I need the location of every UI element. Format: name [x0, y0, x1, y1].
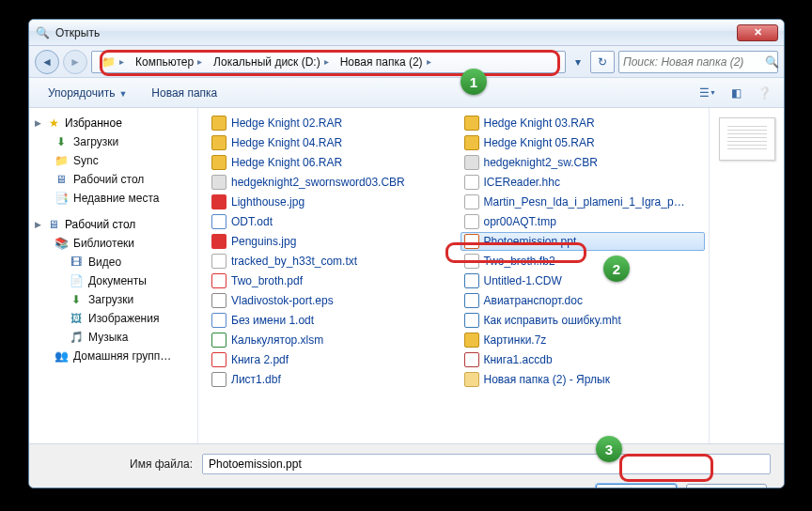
- sidebar-libraries[interactable]: 📚Библиотеки: [29, 234, 197, 253]
- desktop-icon: 🖥: [46, 217, 61, 232]
- sidebar-pictures[interactable]: 🖼Изображения: [29, 309, 197, 328]
- file-item[interactable]: Лист1.dbf: [208, 370, 453, 389]
- sidebar-documents[interactable]: 📄Документы: [29, 271, 197, 290]
- cancel-button[interactable]: Отмена: [686, 484, 767, 488]
- file-item[interactable]: Калькулятор.xlsm: [208, 331, 453, 349]
- open-dialog: 🔍 Открыть ✕ ◄ ► 📁▸ Компьютер▸ Локальный …: [28, 19, 785, 488]
- file-name: Penguins.jpg: [231, 235, 296, 248]
- file-icon: [211, 135, 226, 150]
- organize-button[interactable]: Упорядочить▼: [39, 83, 136, 103]
- sidebar-downloads2[interactable]: ⬇Загрузки: [29, 290, 197, 309]
- file-item[interactable]: Авиатранспорт.doc: [461, 291, 706, 310]
- file-item[interactable]: Penguins.jpg: [208, 232, 453, 251]
- file-item[interactable]: Книга 2.pdf: [208, 350, 453, 369]
- crumb-0[interactable]: Компьютер▸: [130, 55, 208, 69]
- sidebar-sync[interactable]: 📁Sync: [29, 151, 197, 170]
- file-item[interactable]: Hedge Knight 03.RAR: [461, 114, 706, 132]
- star-icon: ★: [46, 116, 61, 131]
- pictures-icon: 🖼: [69, 311, 84, 326]
- file-icon: [211, 273, 226, 288]
- file-icon: [464, 254, 479, 269]
- file-item[interactable]: Как исправить ошибку.mht: [461, 311, 706, 330]
- close-button[interactable]: ✕: [737, 24, 778, 41]
- homegroup-icon: 👥: [54, 348, 69, 364]
- file-item[interactable]: hedgeknight2_sw.CBR: [461, 153, 706, 172]
- file-item[interactable]: Hedge Knight 04.RAR: [208, 133, 453, 152]
- sidebar-downloads[interactable]: ⬇Загрузки: [29, 132, 197, 151]
- music-icon: 🎵: [69, 330, 84, 345]
- file-name: Photoemission.ppt: [484, 235, 577, 248]
- file-item[interactable]: Hedge Knight 02.RAR: [208, 114, 453, 132]
- sidebar-favorites[interactable]: ▶★Избранное: [29, 114, 197, 132]
- file-item[interactable]: Vladivostok-port.eps: [208, 291, 453, 310]
- sidebar-recent[interactable]: 📑Недавние места: [29, 189, 197, 208]
- search-box[interactable]: 🔍: [618, 51, 778, 73]
- file-pane: Hedge Knight 02.RARHedge Knight 04.RARHe…: [198, 108, 709, 443]
- sync-icon: 📁: [54, 153, 69, 168]
- file-icon: [211, 254, 226, 269]
- file-icon: [211, 194, 226, 209]
- search-input[interactable]: [623, 55, 765, 69]
- file-name: Hedge Knight 05.RAR: [484, 136, 595, 149]
- breadcrumb[interactable]: 📁▸ Компьютер▸ Локальный диск (D:)▸ Новая…: [91, 51, 566, 73]
- file-item[interactable]: ICEReader.hhc: [461, 173, 706, 192]
- video-icon: 🎞: [69, 255, 84, 270]
- file-name: Новая папка (2) - Ярлык: [484, 373, 610, 386]
- file-item[interactable]: opr00AQT.tmp: [461, 212, 706, 231]
- sidebar-desktop[interactable]: ▶🖥Рабочий стол: [29, 215, 197, 234]
- file-icon: [211, 234, 226, 249]
- sidebar-desktop-fav[interactable]: 🖥Рабочий стол: [29, 170, 197, 189]
- file-item[interactable]: Hedge Knight 06.RAR: [208, 153, 453, 172]
- file-icon: [464, 273, 479, 288]
- refresh-button[interactable]: ↻: [590, 51, 615, 73]
- file-item[interactable]: Photoemission.ppt: [461, 232, 706, 251]
- file-item[interactable]: Two_broth.pdf: [208, 271, 453, 290]
- crumb-1[interactable]: Локальный диск (D:)▸: [208, 55, 335, 69]
- bottom-bar: Имя файла: Открыть▼ Отмена: [29, 444, 784, 488]
- callout-1-num: 1: [461, 69, 487, 95]
- new-folder-button[interactable]: Новая папка: [142, 83, 226, 103]
- file-item[interactable]: Картинки.7z: [461, 331, 706, 349]
- file-name: Untitled-1.CDW: [484, 274, 562, 287]
- sidebar: ▶★Избранное ⬇Загрузки 📁Sync 🖥Рабочий сто…: [29, 108, 198, 443]
- file-item[interactable]: Книга1.accdb: [461, 350, 706, 369]
- file-item[interactable]: Lighthouse.jpg: [208, 193, 453, 211]
- sidebar-homegroup[interactable]: 👥Домашняя групп…: [29, 347, 197, 365]
- forward-button[interactable]: ►: [63, 50, 87, 74]
- titlebar: 🔍 Открыть ✕: [29, 20, 784, 46]
- file-icon: [464, 293, 479, 308]
- file-name: Книга1.accdb: [484, 353, 553, 366]
- filename-input[interactable]: [202, 454, 771, 474]
- open-button[interactable]: Открыть▼: [596, 484, 677, 488]
- sidebar-video[interactable]: 🎞Видео: [29, 253, 197, 271]
- file-icon: [464, 116, 479, 131]
- breadcrumb-dropdown[interactable]: ▾: [570, 52, 586, 72]
- file-name: opr00AQT.tmp: [484, 215, 556, 228]
- crumb-root[interactable]: 📁▸: [96, 55, 130, 69]
- file-name: Картинки.7z: [484, 333, 547, 347]
- file-name: Как исправить ошибку.mht: [484, 314, 621, 327]
- file-item[interactable]: ODT.odt: [208, 212, 453, 231]
- file-name: Two_broth.pdf: [231, 274, 303, 287]
- help-button[interactable]: ❔: [754, 83, 774, 103]
- file-name: Без имени 1.odt: [231, 314, 314, 327]
- view-button[interactable]: ☰▼: [697, 83, 718, 103]
- sidebar-music[interactable]: 🎵Музыка: [29, 328, 197, 347]
- back-button[interactable]: ◄: [35, 50, 59, 74]
- file-icon: [211, 175, 226, 190]
- file-icon: [211, 155, 226, 170]
- file-item[interactable]: Untitled-1.CDW: [461, 271, 706, 290]
- desktop-icon: 🖥: [54, 172, 69, 187]
- file-name: Авиатранспорт.doc: [484, 294, 583, 307]
- crumb-2[interactable]: Новая папка (2)▸: [335, 55, 437, 69]
- file-item[interactable]: Hedge Knight 05.RAR: [461, 133, 706, 152]
- file-item[interactable]: Martin_Pesn_lda_i_plameni_1_Igra_p…: [461, 193, 706, 211]
- file-item[interactable]: Новая папка (2) - Ярлык: [461, 370, 706, 389]
- file-name: Hedge Knight 06.RAR: [231, 156, 342, 169]
- file-item[interactable]: tracked_by_h33t_com.txt: [208, 252, 453, 271]
- file-item[interactable]: Без имени 1.odt: [208, 311, 453, 330]
- preview-pane-button[interactable]: ◧: [726, 83, 746, 103]
- file-item[interactable]: Two_broth.fb2: [461, 252, 706, 271]
- file-item[interactable]: hedgeknight2_swornsword03.CBR: [208, 173, 453, 192]
- file-name: tracked_by_h33t_com.txt: [231, 255, 357, 268]
